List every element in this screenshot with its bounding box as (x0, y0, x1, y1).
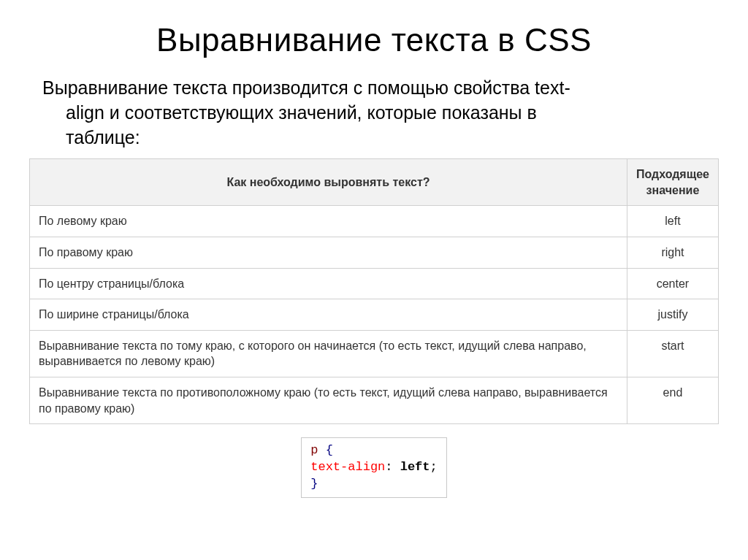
intro-line-1: Выравнивание текста производится с помощ… (42, 77, 570, 98)
text-align-table: Как необходимо выровнять текст? Подходящ… (29, 158, 719, 424)
intro-paragraph: Выравнивание текста производится с помощ… (29, 76, 719, 150)
code-line-1: p { (310, 442, 437, 459)
table-header-row: Как необходимо выровнять текст? Подходящ… (30, 159, 719, 206)
table-row: Выравнивание текста по противоположному … (30, 377, 719, 424)
cell-description: По правому краю (30, 237, 627, 269)
intro-line-2: align и соответствующих значений, которы… (42, 101, 711, 126)
code-property: text-align (310, 460, 385, 474)
cell-value: justify (627, 299, 718, 331)
cell-description: По левому краю (30, 206, 627, 237)
code-semicolon: ; (430, 460, 438, 474)
intro-line-3: таблице: (42, 126, 711, 150)
code-line-3: } (310, 476, 437, 493)
cell-description: По центру страницы/блока (30, 268, 627, 299)
cell-value: right (627, 237, 718, 269)
table-row: По правому краю right (30, 237, 719, 269)
code-colon: : (385, 460, 392, 474)
code-brace-open: { (326, 443, 333, 457)
code-example-wrap: p { text-align: left; } (29, 437, 719, 498)
table-row: По центру страницы/блока center (30, 268, 719, 299)
code-brace-close: } (310, 477, 318, 491)
table-row: Выравнивание текста по тому краю, с кото… (30, 330, 719, 377)
header-description: Как необходимо выровнять текст? (30, 159, 627, 206)
cell-value: start (627, 330, 718, 377)
cell-value: left (627, 206, 718, 237)
header-value: Подходящее значение (627, 159, 718, 206)
cell-description: Выравнивание текста по противоположному … (30, 377, 627, 424)
table-row: По левому краю left (30, 206, 719, 237)
table-row: По ширине страницы/блока justify (30, 299, 719, 331)
code-example: p { text-align: left; } (301, 437, 446, 498)
cell-description: По ширине страницы/блока (30, 299, 627, 331)
code-value: left (400, 460, 430, 474)
slide-title: Выравнивание текста в CSS (29, 22, 719, 58)
cell-value: center (627, 268, 718, 299)
cell-description: Выравнивание текста по тому краю, с кото… (30, 330, 627, 377)
code-line-2: text-align: left; (310, 459, 437, 476)
cell-value: end (627, 377, 718, 424)
code-selector: p (310, 443, 318, 457)
